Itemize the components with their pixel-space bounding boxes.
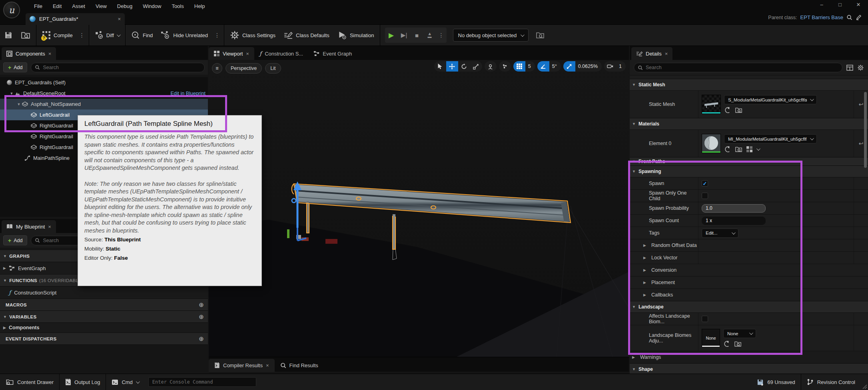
perspective-dropdown[interactable]: Perspective — [225, 63, 262, 74]
asset-tab[interactable]: EPT_Guardrails* × — [26, 13, 125, 25]
components-search-input[interactable] — [43, 65, 201, 70]
camera-speed-value[interactable]: 1 — [616, 64, 626, 69]
tab-close-icon[interactable]: × — [246, 51, 249, 57]
material-thumbnail[interactable] — [702, 134, 721, 153]
cmd-dropdown[interactable]: Cmd — [106, 374, 144, 390]
spawn-count-input[interactable]: 1 x — [702, 217, 766, 225]
find-button[interactable]: Find — [127, 25, 157, 46]
compile-button[interactable]: ? Compile — [38, 25, 77, 46]
use-selected-icon[interactable] — [723, 340, 730, 347]
world-coordinate-icon[interactable] — [485, 61, 497, 72]
spawning-section-header[interactable]: ▼Spawning — [630, 165, 868, 177]
variables-components-category[interactable]: ▶Components — [0, 323, 208, 333]
details-scrollbar[interactable] — [864, 92, 867, 168]
add-macro-icon[interactable]: ⊕ — [199, 301, 204, 308]
select-tool-icon[interactable] — [434, 61, 446, 72]
variables-section-header[interactable]: ▼VARIABLES⊕ — [0, 311, 208, 323]
add-variable-icon[interactable]: ⊕ — [199, 313, 204, 320]
spawn-checkbox[interactable] — [702, 180, 708, 187]
panel-close-icon[interactable]: × — [48, 51, 52, 57]
edit-pencil-icon[interactable] — [856, 14, 862, 20]
menu-debug[interactable]: Debug — [112, 1, 138, 12]
details-search-input[interactable] — [646, 65, 838, 70]
display-filter-icon[interactable] — [846, 65, 853, 71]
tab-event-graph[interactable]: Event Graph — [308, 47, 357, 60]
rotate-tool-icon[interactable] — [458, 61, 470, 72]
details-panel-tab[interactable]: Details × — [631, 47, 672, 60]
revision-control-button[interactable]: Revision Control — [801, 374, 861, 390]
spawn-probability-input[interactable]: 1.0 — [702, 204, 766, 213]
tags-edit-dropdown[interactable]: Edit... — [702, 229, 738, 238]
close-icon[interactable]: ✕ — [854, 2, 862, 8]
spawn-only-one-child-checkbox[interactable] — [702, 193, 708, 199]
viewport-3d-scene[interactable] — [209, 60, 629, 357]
menu-asset[interactable]: Asset — [67, 1, 90, 12]
tab-viewport[interactable]: Viewport × — [209, 47, 254, 60]
stop-icon[interactable]: ■ — [411, 32, 423, 39]
callbacks-row[interactable]: ▶Callbacks — [630, 289, 868, 301]
tree-item-asphalt[interactable]: ▼ Asphalt_NotSpawned — [0, 99, 208, 109]
add-event-dispatcher-icon[interactable]: ⊕ — [199, 335, 204, 342]
expand-arrow-icon[interactable]: ▶ — [643, 256, 649, 260]
lock-vector-row[interactable]: ▶Lock Vector — [630, 251, 868, 264]
minimize-icon[interactable]: – — [818, 2, 826, 8]
surface-snap-icon[interactable] — [499, 61, 511, 72]
eject-icon[interactable]: ▲▬ — [423, 32, 436, 38]
browse-asset-button[interactable] — [17, 25, 34, 46]
expand-arrow-icon[interactable]: ▼ — [10, 92, 14, 96]
add-component-button[interactable]: +Add — [3, 62, 27, 72]
scale-tool-icon[interactable] — [470, 61, 482, 72]
use-selected-icon[interactable] — [724, 107, 731, 113]
tab-find-results[interactable]: Find Results — [275, 359, 324, 372]
menu-edit[interactable]: Edit — [48, 1, 67, 12]
affects-landscape-checkbox[interactable] — [702, 316, 708, 322]
expand-arrow-icon[interactable]: ▶ — [643, 268, 649, 272]
grid-snap-icon[interactable] — [513, 61, 525, 72]
compile-options-icon[interactable]: ⋮ — [77, 32, 87, 38]
expand-arrow-icon[interactable]: ▶ — [643, 293, 649, 297]
grid-snap-value[interactable]: 5 — [525, 64, 535, 69]
static-mesh-section-header[interactable]: ▼Static Mesh — [630, 79, 868, 90]
landscape-biomes-combo[interactable]: None — [723, 329, 756, 338]
viewport-options-menu[interactable]: ≡ — [212, 63, 222, 74]
panel-close-icon[interactable]: × — [48, 224, 51, 230]
debug-browse-button[interactable] — [532, 25, 549, 46]
debug-object-dropdown[interactable]: No debug object selected — [453, 29, 529, 42]
simulation-button[interactable]: Simulation — [333, 25, 378, 46]
static-mesh-thumbnail[interactable] — [702, 95, 721, 114]
save-button[interactable] — [0, 25, 17, 46]
expand-arrow-icon[interactable]: ▼ — [17, 102, 21, 106]
panel-close-icon[interactable]: × — [665, 51, 668, 57]
parent-class-link[interactable]: EPT Barriers Base — [800, 14, 843, 20]
expand-arrow-icon[interactable]: ▶ — [3, 326, 9, 330]
asset-tab-close-icon[interactable]: × — [118, 16, 121, 22]
browse-to-asset-icon[interactable] — [735, 107, 742, 113]
hide-unrelated-button[interactable]: Hide Unrelated — [157, 25, 212, 46]
move-tool-icon[interactable] — [446, 61, 458, 72]
menu-view[interactable]: View — [90, 1, 112, 12]
expand-arrow-icon[interactable]: ▶ — [632, 355, 638, 359]
details-search[interactable] — [634, 63, 842, 72]
material-options-icon[interactable] — [746, 146, 752, 152]
front-paths-section-header[interactable]: ▼Front Paths — [630, 157, 868, 165]
resize-grip[interactable] — [861, 374, 868, 390]
menu-window[interactable]: Window — [138, 1, 166, 12]
expand-arrow-icon[interactable]: ▶ — [643, 243, 649, 247]
browse-to-asset-icon[interactable] — [735, 146, 742, 153]
material-combo[interactable]: MI_ModularMetalGuardrailKit_uh5gcflfa — [724, 134, 817, 143]
play-icon[interactable]: ▶ — [385, 31, 398, 40]
menu-file[interactable]: File — [29, 1, 48, 12]
browse-to-asset-icon[interactable] — [734, 340, 742, 347]
use-selected-icon[interactable] — [724, 146, 731, 153]
angle-snap-value[interactable]: 5° — [549, 64, 561, 69]
output-log-button[interactable]: Output Log — [60, 374, 106, 390]
static-mesh-combo[interactable]: S_ModularMetalGuardrailKit_uh5gcflfa — [724, 95, 817, 104]
components-search[interactable] — [31, 63, 205, 72]
shape-section-header[interactable]: ▼Shape — [630, 363, 868, 374]
hide-unrelated-options-icon[interactable]: ⋮ — [212, 32, 222, 38]
random-offset-data-row[interactable]: ▶Random Offset Data — [630, 239, 868, 251]
console-command-input[interactable] — [152, 379, 252, 385]
content-drawer-button[interactable]: Content Drawer — [0, 374, 59, 390]
placement-row[interactable]: ▶Placement — [630, 276, 868, 289]
diff-button[interactable]: Diff — [91, 25, 124, 46]
